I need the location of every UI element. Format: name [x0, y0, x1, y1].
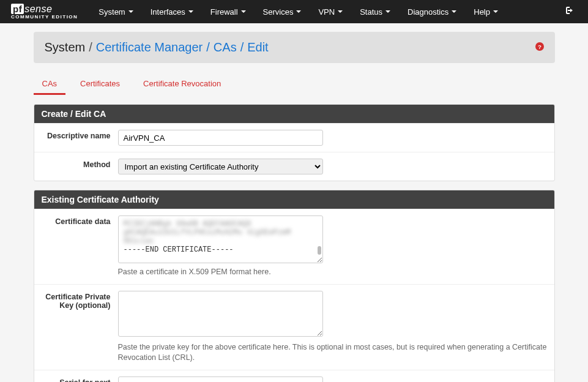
label-descriptive-name: Descriptive name	[42, 130, 118, 146]
logo-sense: sense	[24, 4, 52, 15]
nav-label: Help	[474, 7, 490, 17]
panel-create-edit-ca: Create / Edit CA Descriptive name Method…	[34, 104, 555, 181]
nav-firewall[interactable]: Firewall	[202, 7, 255, 17]
help-cert-data: Paste a certificate in X.509 PEM format …	[118, 267, 547, 278]
nav-label: Diagnostics	[408, 7, 448, 17]
label-cert-key: Certificate Private Key (optional)	[42, 291, 118, 364]
nav-label: Status	[360, 7, 382, 17]
nav-menu: System Interfaces Firewall Services VPN …	[90, 7, 560, 17]
breadcrumb-cas[interactable]: CAs	[214, 40, 237, 54]
label-serial: Serial for next certificate	[42, 376, 118, 383]
breadcrumb-certmgr[interactable]: Certificate Manager	[96, 40, 203, 54]
nav-label: VPN	[318, 7, 335, 17]
panel-existing-ca: Existing Certificate Authority Certifica…	[34, 190, 555, 382]
cert-blurred-content: MIIBIjANBgk G9w0B AQEFAAOCAQ8 gKCAQEAu1S…	[124, 220, 318, 245]
breadcrumb-system: System	[45, 40, 86, 54]
label-cert-data: Certificate data	[42, 215, 118, 278]
scrollbar-thumb[interactable]	[318, 246, 321, 255]
breadcrumb-sep: /	[206, 40, 210, 54]
panel-header: Create / Edit CA	[34, 105, 554, 123]
nav-label: System	[99, 7, 125, 17]
nav-status[interactable]: Status	[351, 7, 399, 17]
select-method[interactable]: Import an existing Certificate Authority	[118, 159, 323, 174]
row-descriptive-name: Descriptive name	[34, 123, 554, 152]
textarea-cert-data[interactable]: MIIBIjANBgk G9w0B AQEFAAOCAQ8 gKCAQEAu1S…	[118, 215, 323, 263]
textarea-cert-data-wrap: MIIBIjANBgk G9w0B AQEFAAOCAQ8 gKCAQEAu1S…	[118, 215, 323, 263]
breadcrumb-sep: /	[89, 40, 92, 54]
panel-header: Existing Certificate Authority	[34, 190, 554, 209]
logo-pf: pf	[11, 4, 24, 14]
caret-icon	[241, 10, 246, 13]
svg-text:?: ?	[538, 43, 541, 50]
cert-end-marker: -----END CERTIFICATE-----	[124, 245, 318, 254]
caret-icon	[188, 10, 193, 13]
breadcrumb-edit[interactable]: Edit	[247, 40, 268, 54]
nav-interfaces[interactable]: Interfaces	[142, 7, 202, 17]
caret-icon	[385, 10, 390, 13]
help-icon[interactable]: ?	[535, 42, 544, 53]
logo-sub: COMMUNITY EDITION	[11, 14, 78, 20]
row-cert-data: Certificate data MIIBIjANBgk G9w0B AQEFA…	[34, 209, 554, 284]
nav-label: Firewall	[210, 7, 238, 17]
textarea-cert-key[interactable]	[118, 291, 323, 337]
row-cert-key: Certificate Private Key (optional) Paste…	[34, 284, 554, 370]
input-serial[interactable]	[118, 376, 323, 383]
nav-help[interactable]: Help	[465, 7, 507, 17]
tabs: CAs Certificates Certificate Revocation	[34, 74, 555, 96]
help-cert-key: Paste the private key for the above cert…	[118, 342, 547, 364]
logo[interactable]: pfsense COMMUNITY EDITION	[11, 4, 78, 20]
caret-icon	[338, 10, 343, 13]
logout-icon[interactable]	[560, 6, 577, 18]
breadcrumb: System / Certificate Manager / CAs / Edi…	[34, 32, 555, 63]
caret-icon	[452, 10, 456, 13]
nav-services[interactable]: Services	[255, 7, 310, 17]
caret-icon	[493, 10, 498, 13]
label-method: Method	[42, 159, 118, 174]
tab-certificates[interactable]: Certificates	[72, 74, 128, 95]
nav-label: Services	[263, 7, 294, 17]
nav-label: Interfaces	[151, 7, 185, 17]
caret-icon	[296, 10, 301, 13]
nav-diagnostics[interactable]: Diagnostics	[399, 7, 465, 17]
nav-vpn[interactable]: VPN	[310, 7, 351, 17]
row-serial: Serial for next certificate Enter a deci…	[34, 370, 554, 383]
nav-system[interactable]: System	[90, 7, 141, 17]
tab-revocation[interactable]: Certificate Revocation	[135, 74, 229, 95]
input-descriptive-name[interactable]	[118, 130, 323, 146]
tab-cas[interactable]: CAs	[34, 74, 66, 95]
caret-icon	[128, 10, 133, 13]
navbar: pfsense COMMUNITY EDITION System Interfa…	[0, 0, 588, 23]
row-method: Method Import an existing Certificate Au…	[34, 152, 554, 181]
breadcrumb-sep: /	[240, 40, 244, 54]
